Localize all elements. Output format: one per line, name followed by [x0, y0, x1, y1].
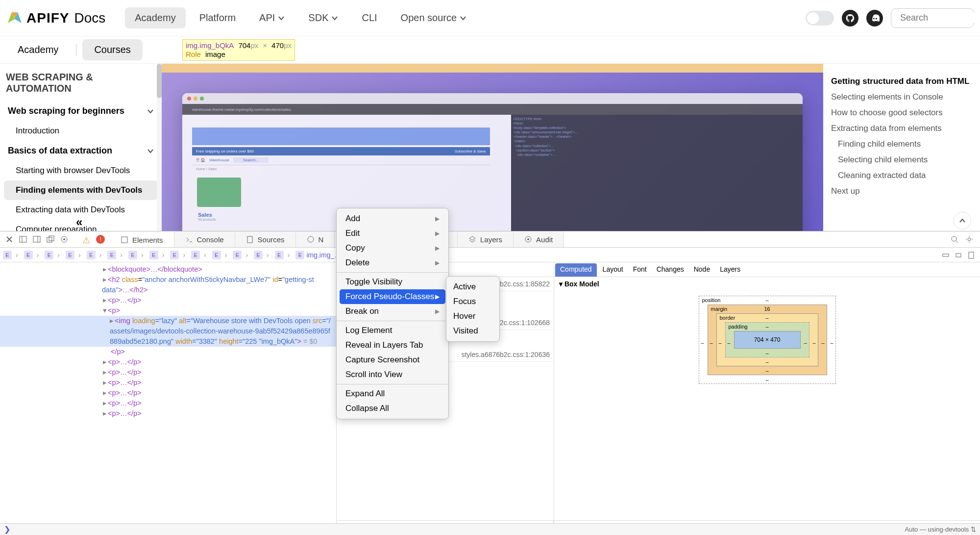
ctx-scroll-into-view[interactable]: Scroll into View	[337, 367, 448, 382]
ctx-reveal-layers[interactable]: Reveal in Layers Tab	[337, 338, 448, 353]
elements-tree[interactable]: ▸<blockquote>…</blockquote> ▸<h2 class="…	[0, 262, 336, 535]
ctx-copy[interactable]: Copy▶	[337, 241, 448, 255]
breadcrumb-item[interactable]: E	[251, 250, 272, 260]
ctx-add[interactable]: Add▶	[337, 211, 448, 226]
ctx-toggle-visibility[interactable]: Toggle Visibility	[337, 275, 448, 289]
context-menu: Add▶ Edit▶ Copy▶ Delete▶ Toggle Visibili…	[336, 208, 449, 419]
sidebar-intro[interactable]: Introduction	[4, 121, 158, 141]
tab-layout[interactable]: Layout	[598, 262, 628, 277]
ctx-pseudo-hover[interactable]: Hover	[446, 309, 499, 324]
ctx-forced-pseudo[interactable]: Forced Pseudo-Classes▶	[340, 289, 445, 304]
github-icon[interactable]	[842, 10, 858, 26]
css-link[interactable]: styles.a6876b2c.css:1:20636	[461, 351, 550, 358]
breadcrumb-item[interactable]: E	[272, 250, 293, 260]
breadcrumb-item[interactable]: E	[104, 250, 125, 260]
tab-sources[interactable]: Sources	[235, 231, 296, 247]
breadcrumb-item[interactable]: E	[125, 250, 147, 260]
device-icon[interactable]	[967, 251, 975, 259]
search-input[interactable]	[900, 13, 980, 23]
devtools-breadcrumb: E E E E E E E E E E E E E E Eimg.img_…	[0, 248, 980, 262]
sidebar-item[interactable]: Starting with browser DevTools	[4, 161, 158, 180]
breadcrumb-item[interactable]: E	[21, 250, 42, 260]
toc-next[interactable]: Next up	[831, 183, 972, 199]
breadcrumb-item[interactable]: E	[167, 250, 188, 260]
tab-computed[interactable]: Computed	[555, 263, 597, 277]
tab-elements[interactable]: Elements	[110, 231, 174, 247]
tab-console[interactable]: Console	[174, 231, 235, 247]
breadcrumb-item[interactable]: E	[63, 250, 84, 260]
nav-opensource[interactable]: Open source	[391, 7, 477, 28]
svg-rect-15	[122, 237, 127, 243]
toc-subitem[interactable]: Finding child elements	[831, 136, 972, 152]
sidebar-basics[interactable]: Basics of data extraction	[4, 141, 158, 161]
tab-network[interactable]: N	[296, 231, 335, 247]
breadcrumb-item[interactable]: E	[209, 250, 230, 260]
nav-platform[interactable]: Platform	[190, 7, 245, 28]
ctx-break-on[interactable]: Break on▶	[337, 304, 448, 319]
ctx-log-element[interactable]: Log Element	[337, 323, 448, 338]
chevron-down-icon	[331, 15, 338, 22]
dock-right-icon[interactable]	[32, 235, 41, 244]
ruler-icon[interactable]	[942, 251, 950, 259]
chevron-down-icon	[278, 15, 285, 22]
ctx-pseudo-active[interactable]: Active	[446, 280, 499, 294]
sidebar: WEB SCRAPING & AUTOMATION Web scraping f…	[0, 64, 162, 231]
error-icon[interactable]: !	[96, 235, 105, 244]
logo-text-main: APIFY	[26, 10, 69, 26]
context-submenu: Active Focus Hover Visited	[446, 276, 500, 342]
nav-api[interactable]: API	[249, 7, 294, 28]
computed-panel: Computed Layout Font Changes Node Layers…	[554, 262, 980, 535]
theme-toggle[interactable]	[806, 11, 834, 25]
toc-item[interactable]: Getting structured data from HTML	[831, 74, 972, 89]
print-icon[interactable]	[955, 251, 962, 259]
nav-academy[interactable]: Academy	[125, 7, 185, 28]
logo[interactable]: APIFY Docs	[6, 9, 105, 27]
toc-item[interactable]: Extracting data from elements	[831, 121, 972, 136]
nav-cli[interactable]: CLI	[352, 7, 387, 28]
dock-window-icon[interactable]	[46, 235, 55, 244]
toc-subitem[interactable]: Cleaning extracted data	[831, 168, 972, 183]
sidebar-item-active[interactable]: Finding elements with DevTools	[4, 180, 158, 200]
ctx-delete[interactable]: Delete▶	[337, 255, 448, 270]
ctx-collapse-all[interactable]: Collapse All	[337, 401, 448, 416]
toc-item[interactable]: How to choose good selectors	[831, 105, 972, 121]
gear-icon[interactable]	[965, 235, 973, 243]
close-icon[interactable]	[5, 235, 14, 244]
sub-courses[interactable]: Courses	[82, 39, 142, 60]
target-icon[interactable]	[60, 235, 69, 244]
ctx-edit[interactable]: Edit▶	[337, 226, 448, 241]
console-prompt-icon[interactable]: ❯	[4, 525, 10, 534]
breadcrumb-item[interactable]: E	[147, 250, 168, 260]
tab-layers-comp[interactable]: Layers	[715, 262, 745, 277]
discord-icon[interactable]	[866, 10, 883, 26]
devtools-status-bar: ❯ Auto — using-devtools ⇅	[0, 523, 980, 535]
tab-changes[interactable]: Changes	[652, 262, 689, 277]
search-box[interactable]: ⌘ K	[891, 8, 974, 28]
ctx-expand-all[interactable]: Expand All	[337, 386, 448, 401]
nav-sdk[interactable]: SDK	[298, 7, 348, 28]
toc-subitem[interactable]: Selecting child elements	[831, 152, 972, 168]
breadcrumb-item[interactable]: E	[230, 250, 251, 260]
breadcrumb-item[interactable]: E	[42, 250, 63, 260]
sub-academy[interactable]: Academy	[6, 39, 70, 60]
breadcrumb-item[interactable]: E	[188, 250, 209, 260]
tab-audit[interactable]: Audit	[514, 231, 564, 247]
dock-left-icon[interactable]	[19, 235, 27, 244]
svg-point-0	[811, 16, 815, 20]
tab-node[interactable]: Node	[689, 262, 715, 277]
scroll-top-button[interactable]	[954, 212, 971, 229]
toc-item[interactable]: Selecting elements in Console	[831, 89, 972, 105]
sidebar-root[interactable]: Web scraping for beginners	[4, 101, 158, 121]
breadcrumb-item[interactable]: E	[84, 250, 105, 260]
tab-layers[interactable]: Layers	[458, 231, 514, 247]
svg-point-17	[308, 236, 314, 242]
ctx-capture-screenshot[interactable]: Capture Screenshot	[337, 353, 448, 367]
collapse-sidebar-icon[interactable]: «	[76, 215, 82, 229]
warning-icon[interactable]: ⚠	[82, 235, 91, 244]
ctx-pseudo-visited[interactable]: Visited	[446, 324, 499, 338]
breadcrumb-item[interactable]: E	[0, 250, 21, 260]
ctx-pseudo-focus[interactable]: Focus	[446, 294, 499, 309]
tab-font[interactable]: Font	[628, 262, 652, 277]
sidebar-scrollbar[interactable]	[157, 64, 162, 231]
search-icon[interactable]	[951, 235, 958, 243]
